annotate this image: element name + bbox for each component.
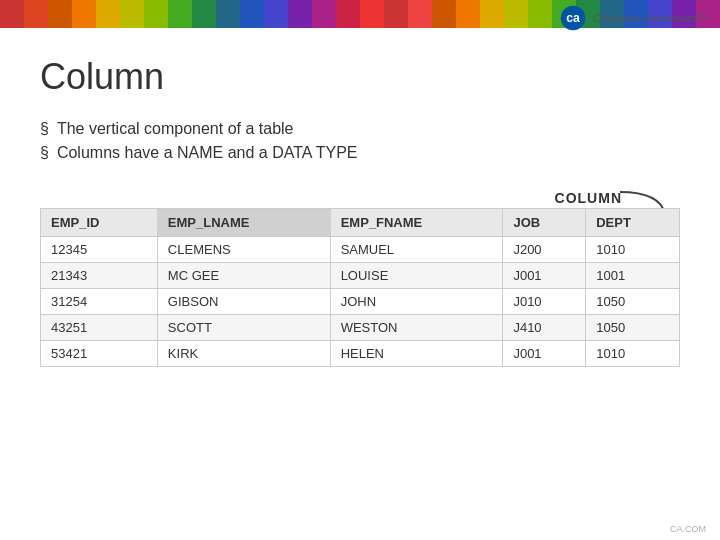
cell-dept: 1010: [586, 237, 680, 263]
logo-text: Computer Associates™: [593, 12, 708, 24]
data-table: EMP_ID EMP_LNAME EMP_FNAME JOB DEPT 1234…: [40, 208, 680, 367]
cell-dept: 1010: [586, 341, 680, 367]
cell-empid: 53421: [41, 341, 158, 367]
col-header-lname: EMP_LNAME: [157, 209, 330, 237]
bullet-item-2: Columns have a NAME and a DATA TYPE: [40, 144, 680, 162]
ca-logo-icon: ca: [559, 4, 587, 32]
col-header-dept: DEPT: [586, 209, 680, 237]
svg-text:ca: ca: [566, 11, 580, 25]
footer-text: CA.COM: [670, 524, 706, 534]
cell-lname: SCOTT: [157, 315, 330, 341]
col-header-fname: EMP_FNAME: [330, 209, 503, 237]
cell-empid: 12345: [41, 237, 158, 263]
bullet-list: The vertical component of a table Column…: [40, 120, 680, 162]
page-title: Column: [40, 56, 680, 98]
cell-empid: 43251: [41, 315, 158, 341]
header-row: EMP_ID EMP_LNAME EMP_FNAME JOB DEPT: [41, 209, 680, 237]
cell-lname: GIBSON: [157, 289, 330, 315]
cell-dept: 1001: [586, 263, 680, 289]
cell-job: J410: [503, 315, 586, 341]
table-body: 12345 CLEMENS SAMUEL J200 1010 21343 MC …: [41, 237, 680, 367]
cell-job: J010: [503, 289, 586, 315]
cell-dept: 1050: [586, 315, 680, 341]
table-row: 12345 CLEMENS SAMUEL J200 1010: [41, 237, 680, 263]
logo-area: ca Computer Associates™: [559, 4, 708, 32]
cell-lname: MC GEE: [157, 263, 330, 289]
cell-job: J200: [503, 237, 586, 263]
cell-job: J001: [503, 263, 586, 289]
table-header: EMP_ID EMP_LNAME EMP_FNAME JOB DEPT: [41, 209, 680, 237]
cell-empid: 21343: [41, 263, 158, 289]
main-content: Column The vertical component of a table…: [0, 28, 720, 387]
table-row: 43251 SCOTT WESTON J410 1050: [41, 315, 680, 341]
cell-fname: SAMUEL: [330, 237, 503, 263]
table-row: 21343 MC GEE LOUISE J001 1001: [41, 263, 680, 289]
cell-lname: KIRK: [157, 341, 330, 367]
cell-job: J001: [503, 341, 586, 367]
cell-fname: LOUISE: [330, 263, 503, 289]
cell-dept: 1050: [586, 289, 680, 315]
cell-empid: 31254: [41, 289, 158, 315]
cell-fname: HELEN: [330, 341, 503, 367]
bullet-item-1: The vertical component of a table: [40, 120, 680, 138]
cell-fname: JOHN: [330, 289, 503, 315]
table-row: 31254 GIBSON JOHN J010 1050: [41, 289, 680, 315]
cell-lname: CLEMENS: [157, 237, 330, 263]
table-wrapper: EMP_ID EMP_LNAME EMP_FNAME JOB DEPT 1234…: [40, 208, 680, 367]
cell-fname: WESTON: [330, 315, 503, 341]
col-header-job: JOB: [503, 209, 586, 237]
table-row: 53421 KIRK HELEN J001 1010: [41, 341, 680, 367]
col-header-empid: EMP_ID: [41, 209, 158, 237]
